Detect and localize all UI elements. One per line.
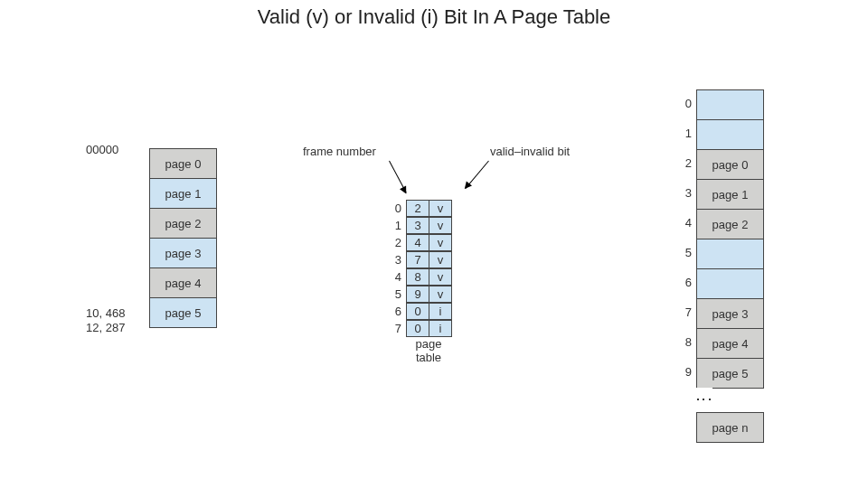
pm-frame: 5 — [696, 239, 764, 269]
pm-content: page n — [712, 421, 749, 435]
pm-frame: 2page 0 — [696, 149, 764, 180]
las-page: page 5 — [149, 297, 217, 328]
pt-index: 3 — [380, 253, 407, 267]
ellipsis-icon: ⋮ — [696, 388, 712, 413]
pm-frame: 6 — [696, 268, 764, 299]
pt-row: 5 9 v — [380, 286, 452, 303]
pm-index: 0 — [677, 97, 692, 110]
label-frame-number: frame number — [303, 145, 376, 158]
pt-frame: 4 — [406, 234, 429, 251]
pt-valid-bit: i — [429, 320, 452, 337]
address-mid: 10, 468 — [86, 306, 125, 320]
pm-frame: 7page 3 — [696, 298, 764, 329]
physical-memory: 0 1 2page 0 3page 1 4page 2 5 6 7page 3 … — [696, 90, 764, 443]
las-page: page 2 — [149, 208, 217, 239]
arrow-icon — [389, 161, 407, 193]
pt-valid-bit: v — [429, 200, 452, 217]
pt-index: 1 — [380, 219, 407, 232]
pt-index: 4 — [380, 270, 407, 284]
page-table: 0 2 v 1 3 v 2 4 v 3 7 v 4 8 v 5 9 v 6 0 … — [380, 200, 452, 337]
las-page: page 4 — [149, 267, 217, 298]
pt-row: 0 2 v — [380, 200, 452, 217]
pt-valid-bit: v — [429, 286, 452, 303]
page-table-caption: page table — [401, 337, 456, 364]
pt-index: 6 — [380, 305, 407, 318]
pm-frame: 0 — [696, 89, 764, 120]
pt-frame: 0 — [406, 320, 429, 337]
pt-frame: 2 — [406, 200, 429, 217]
las-page: page 3 — [149, 238, 217, 268]
arrow-icon — [465, 161, 488, 189]
label-valid-invalid-bit: valid–invalid bit — [490, 145, 570, 158]
pm-index: 9 — [677, 365, 692, 379]
pt-valid-bit: i — [429, 303, 452, 320]
pt-frame: 7 — [406, 251, 429, 268]
pt-index: 5 — [380, 287, 407, 301]
logical-address-space: page 0 page 1 page 2 page 3 page 4 page … — [149, 149, 217, 328]
pt-valid-bit: v — [429, 251, 452, 268]
pm-index: 5 — [677, 246, 692, 259]
pm-content: page 4 — [712, 337, 749, 351]
pm-content: page 0 — [712, 158, 749, 172]
page-title: Valid (v) or Invalid (i) Bit In A Page T… — [0, 5, 868, 29]
pm-frame: 9page 5 — [696, 358, 764, 389]
pm-frame: 4page 2 — [696, 209, 764, 239]
address-low: 00000 — [86, 143, 118, 156]
pm-frame: page n — [696, 412, 764, 443]
pm-frame: 8page 4 — [696, 328, 764, 359]
pt-frame: 0 — [406, 303, 429, 320]
pt-valid-bit: v — [429, 234, 452, 251]
pt-valid-bit: v — [429, 217, 452, 234]
pt-row: 6 0 i — [380, 303, 452, 320]
pt-row: 7 0 i — [380, 320, 452, 337]
pm-content: page 2 — [712, 218, 749, 231]
pt-index: 7 — [380, 322, 407, 335]
pm-index: 4 — [677, 216, 692, 230]
pm-index: 2 — [677, 156, 692, 170]
pm-index: 7 — [677, 305, 692, 319]
las-page: page 1 — [149, 178, 217, 209]
pt-row: 3 7 v — [380, 251, 452, 268]
pm-index: 6 — [677, 276, 692, 289]
pm-index: 3 — [677, 186, 692, 200]
pt-index: 2 — [380, 236, 407, 249]
pt-valid-bit: v — [429, 268, 452, 286]
pt-row: 4 8 v — [380, 268, 452, 286]
pm-content: page 3 — [712, 307, 749, 321]
pt-row: 2 4 v — [380, 234, 452, 251]
pm-frame: 3page 1 — [696, 179, 764, 210]
pm-content: page 1 — [712, 188, 749, 202]
address-high: 12, 287 — [86, 321, 125, 334]
pm-frame: 1 — [696, 119, 764, 150]
pt-frame: 8 — [406, 268, 429, 286]
las-page: page 0 — [149, 148, 217, 179]
pt-row: 1 3 v — [380, 217, 452, 234]
pt-frame: 9 — [406, 286, 429, 303]
pm-index: 8 — [677, 335, 692, 349]
pt-frame: 3 — [406, 217, 429, 234]
pt-index: 0 — [380, 202, 407, 215]
pm-index: 1 — [677, 127, 692, 140]
pm-content: page 5 — [712, 367, 749, 380]
